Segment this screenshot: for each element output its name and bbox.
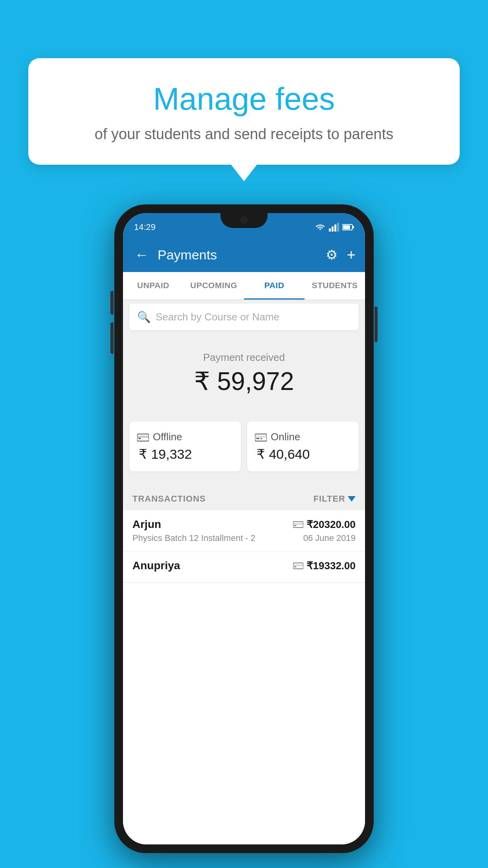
tabs-bar: UNPAID UPCOMING PAID STUDENTS bbox=[123, 272, 365, 300]
transaction-amount: ₹20320.00 bbox=[306, 519, 356, 531]
payment-received-amount: ₹ 59,972 bbox=[123, 367, 365, 396]
offline-payment-card: Offline ₹ 19,332 bbox=[129, 421, 241, 471]
svg-rect-8 bbox=[137, 436, 149, 438]
svg-rect-16 bbox=[294, 525, 296, 526]
app-bar: ← Payments ⚙ + bbox=[123, 237, 365, 272]
phone-screen: 14:29 bbox=[123, 213, 365, 844]
speech-bubble-subtitle: of your students and send receipts to pa… bbox=[47, 126, 441, 143]
battery-icon bbox=[342, 224, 354, 231]
transactions-label: TRANSACTIONS bbox=[132, 494, 206, 504]
online-card-header: Online bbox=[255, 431, 300, 443]
search-bar[interactable]: 🔍 Search by Course or Name bbox=[129, 303, 359, 330]
svg-rect-19 bbox=[294, 566, 296, 567]
power-button bbox=[374, 307, 378, 342]
payment-received-label: Payment received bbox=[123, 351, 365, 364]
phone-device: 14:29 bbox=[114, 204, 374, 853]
svg-rect-13 bbox=[261, 438, 262, 439]
tab-students[interactable]: STUDENTS bbox=[305, 272, 365, 300]
online-icon bbox=[255, 432, 267, 442]
transaction-name: Anupriya bbox=[132, 559, 180, 572]
transaction-amount: ₹19332.00 bbox=[306, 560, 356, 572]
phone-notch bbox=[220, 213, 268, 228]
transactions-list: Arjun ₹20320.00 Physics Batch 12 Install… bbox=[123, 510, 365, 844]
svg-rect-18 bbox=[293, 565, 303, 566]
speech-bubble: Manage fees of your students and send re… bbox=[28, 58, 460, 165]
search-input[interactable]: Search by Course or Name bbox=[156, 311, 279, 323]
tab-paid[interactable]: PAID bbox=[244, 272, 305, 300]
transaction-course: Physics Batch 12 Installment - 2 bbox=[132, 533, 255, 543]
volume-up-button bbox=[110, 291, 114, 314]
front-camera bbox=[240, 216, 248, 224]
transaction-row[interactable]: Anupriya ₹19332.00 bbox=[123, 552, 365, 583]
transaction-offline-icon bbox=[293, 562, 303, 570]
svg-rect-1 bbox=[332, 226, 334, 232]
payment-cards: Offline ₹ 19,332 Online ₹ 40,640 bbox=[129, 421, 359, 471]
transaction-date: 06 June 2019 bbox=[303, 533, 356, 543]
svg-rect-0 bbox=[329, 228, 331, 232]
status-icons bbox=[315, 223, 354, 232]
volume-down-button bbox=[110, 322, 114, 354]
svg-rect-2 bbox=[334, 224, 336, 232]
filter-triangle-icon bbox=[348, 496, 356, 502]
offline-icon bbox=[137, 432, 149, 442]
filter-button[interactable]: FILTER bbox=[314, 494, 356, 504]
svg-rect-5 bbox=[353, 226, 354, 228]
svg-rect-6 bbox=[343, 225, 350, 229]
transaction-row-top: Arjun ₹20320.00 bbox=[132, 518, 356, 531]
app-bar-title: Payments bbox=[158, 247, 319, 263]
transaction-amount-wrap: ₹20320.00 bbox=[293, 519, 356, 531]
settings-button[interactable]: ⚙ bbox=[326, 247, 338, 263]
online-payment-card: Online ₹ 40,640 bbox=[247, 421, 359, 471]
svg-rect-9 bbox=[138, 438, 141, 439]
online-label: Online bbox=[271, 431, 300, 443]
speech-bubble-title: Manage fees bbox=[47, 82, 441, 116]
signal-icon bbox=[329, 223, 339, 232]
transaction-online-icon bbox=[293, 520, 303, 528]
transaction-row[interactable]: Arjun ₹20320.00 Physics Batch 12 Install… bbox=[123, 510, 365, 552]
status-time: 14:29 bbox=[134, 222, 156, 232]
tab-unpaid[interactable]: UNPAID bbox=[123, 272, 183, 300]
offline-amount: ₹ 19,332 bbox=[137, 446, 192, 462]
svg-rect-15 bbox=[293, 523, 303, 525]
transaction-row-top: Anupriya ₹19332.00 bbox=[132, 559, 356, 572]
transaction-amount-wrap: ₹19332.00 bbox=[293, 560, 356, 572]
online-amount: ₹ 40,640 bbox=[255, 446, 310, 462]
search-icon: 🔍 bbox=[137, 311, 151, 324]
transactions-header: TRANSACTIONS FILTER bbox=[123, 487, 365, 510]
svg-rect-3 bbox=[337, 223, 339, 232]
transaction-row-bottom: Physics Batch 12 Installment - 2 06 June… bbox=[132, 533, 356, 543]
add-button[interactable]: + bbox=[347, 246, 356, 263]
payment-received-section: Payment received ₹ 59,972 bbox=[123, 337, 365, 408]
offline-label: Offline bbox=[153, 431, 182, 443]
offline-card-header: Offline bbox=[137, 431, 182, 443]
wifi-icon bbox=[315, 223, 326, 232]
svg-rect-12 bbox=[256, 438, 259, 439]
tab-upcoming[interactable]: UPCOMING bbox=[183, 272, 244, 300]
transaction-name: Arjun bbox=[132, 518, 161, 531]
svg-rect-11 bbox=[255, 436, 267, 438]
back-button[interactable]: ← bbox=[132, 246, 151, 263]
